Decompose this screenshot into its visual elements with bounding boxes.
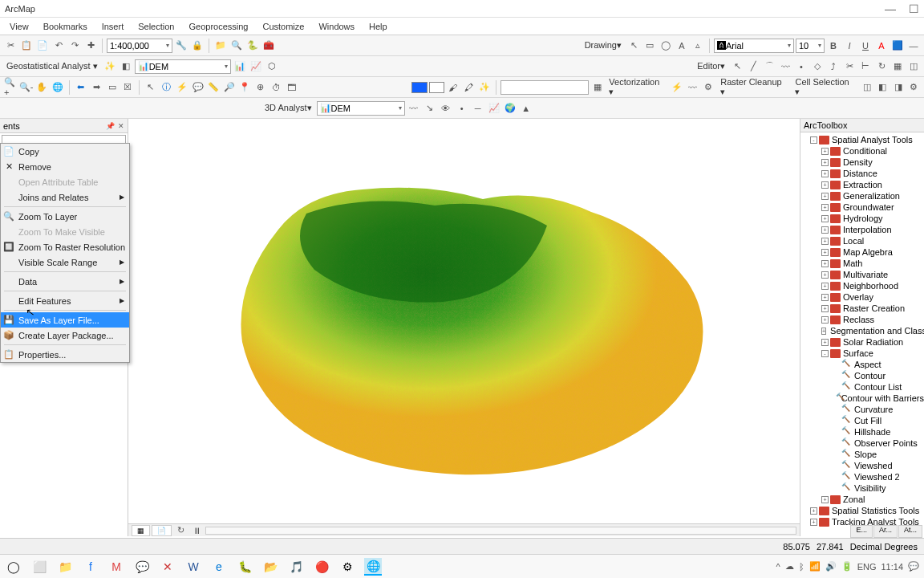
- settings-icon[interactable]: ⚙: [338, 558, 356, 576]
- context-item[interactable]: Data▶: [1, 274, 129, 289]
- arcmap-taskbar-icon[interactable]: 🌐: [364, 558, 382, 576]
- clear-selection-icon[interactable]: ☒: [120, 80, 135, 95]
- scale-selector[interactable]: 1:400,000: [107, 39, 172, 53]
- cut-poly-icon[interactable]: ✂: [842, 59, 857, 74]
- word-icon[interactable]: W: [184, 558, 202, 576]
- tree-node[interactable]: -Surface: [800, 348, 924, 359]
- tray-volume-icon[interactable]: 🔊: [825, 561, 837, 572]
- geostat-wizard-icon[interactable]: ✨: [103, 59, 117, 74]
- reshape-icon[interactable]: ⤴: [826, 59, 841, 74]
- context-item[interactable]: 📄Copy: [1, 144, 129, 159]
- search-icon[interactable]: 🔍: [229, 39, 244, 53]
- tree-node[interactable]: +Hydrology: [800, 213, 924, 224]
- los-icon[interactable]: 👁: [439, 101, 453, 116]
- tree-node[interactable]: Visibility: [800, 482, 924, 494]
- python-icon[interactable]: 🐍: [245, 39, 260, 53]
- tree-node[interactable]: Observer Points: [800, 438, 924, 449]
- pause-icon[interactable]: ⏸: [189, 523, 204, 538]
- find-route-icon[interactable]: 📍: [237, 80, 252, 95]
- geostat-analyst-menu[interactable]: Geostatistical Analyst ▾: [3, 61, 101, 71]
- app-x-icon[interactable]: ✕: [159, 558, 176, 576]
- tree-node[interactable]: Viewshed 2: [800, 471, 924, 482]
- font-color-icon[interactable]: A: [874, 39, 889, 53]
- subset-icon[interactable]: ◧: [119, 59, 133, 74]
- editor-toolbar-icon[interactable]: 🔧: [174, 39, 188, 53]
- bold-icon[interactable]: B: [826, 39, 841, 53]
- system-tray[interactable]: ^ ☁ ᛒ 📶 🔊 🔋 ENG 11:14 💬: [776, 561, 919, 572]
- identify-icon[interactable]: ⓘ: [160, 80, 174, 95]
- menu-geoprocessing[interactable]: Geoprocessing: [182, 20, 254, 33]
- editor-menu[interactable]: Editor▾: [694, 61, 728, 71]
- catalog-icon[interactable]: 📁: [213, 39, 228, 53]
- hyperlink-icon[interactable]: ⚡: [175, 80, 189, 95]
- tree-node[interactable]: +Spatial Statistics Tools: [800, 505, 924, 516]
- context-item[interactable]: 📋Properties...: [1, 347, 129, 362]
- menu-bookmarks[interactable]: Bookmarks: [37, 20, 94, 33]
- facebook-icon[interactable]: f: [82, 558, 99, 576]
- raster-painting2-icon[interactable]: 🖍: [462, 80, 476, 95]
- map-display[interactable]: ▦ 📄 ↻ ⏸: [128, 119, 800, 536]
- underline-icon[interactable]: U: [858, 39, 873, 53]
- tray-battery-icon[interactable]: 🔋: [841, 561, 853, 572]
- data-view-tab[interactable]: ▦: [132, 525, 150, 536]
- cut-icon[interactable]: ✂: [3, 39, 18, 53]
- goto-xy-icon[interactable]: ⊕: [253, 80, 268, 95]
- fill-color-icon[interactable]: 🟦: [890, 39, 905, 53]
- tree-node[interactable]: Hillshade: [800, 426, 924, 438]
- raster-cleanup-menu[interactable]: Raster Cleanup ▾: [717, 77, 790, 97]
- trace-icon[interactable]: 〰: [778, 59, 792, 74]
- context-item[interactable]: 🔍Zoom To Layer: [1, 209, 129, 224]
- tree-node[interactable]: +Groundwater: [800, 201, 924, 213]
- foreground-color-swatch[interactable]: [411, 82, 428, 93]
- fontsize-selector[interactable]: 10: [796, 39, 825, 53]
- cell-sel-2-icon[interactable]: ◧: [875, 80, 890, 95]
- toc-pin-icon[interactable]: 📌: [106, 122, 115, 130]
- sketch-props-icon[interactable]: ◫: [906, 59, 921, 74]
- messenger-icon[interactable]: 💬: [133, 558, 151, 576]
- context-item[interactable]: 💾Save As Layer File...: [1, 312, 129, 328]
- tray-notifications-icon[interactable]: 💬: [908, 561, 919, 572]
- text-tool-icon[interactable]: A: [675, 39, 689, 53]
- tree-node[interactable]: +Segmentation and Classi: [800, 325, 924, 336]
- menu-selection[interactable]: Selection: [132, 20, 180, 33]
- context-item[interactable]: 🔲Zoom To Raster Resolution: [1, 239, 129, 254]
- time-slider-icon[interactable]: ⏱: [270, 80, 284, 95]
- arc-icon[interactable]: ⌒: [762, 59, 776, 74]
- context-item[interactable]: Visible Scale Range▶: [1, 254, 129, 270]
- toc-close-icon[interactable]: ✕: [118, 122, 124, 130]
- undo-icon[interactable]: ↶: [51, 39, 66, 53]
- cortana-icon[interactable]: ◯: [5, 558, 22, 576]
- next-extent-icon[interactable]: ➡: [89, 80, 103, 95]
- circle-icon[interactable]: ◯: [659, 39, 673, 53]
- options-icon[interactable]: ⚙: [906, 80, 921, 95]
- tree-node[interactable]: +Zonal: [800, 494, 924, 505]
- tree-node[interactable]: +Density: [800, 157, 924, 168]
- magic-erase-icon[interactable]: ✨: [477, 80, 492, 95]
- geostat-layer-selector[interactable]: 📊 DEM: [135, 59, 231, 74]
- edge-icon[interactable]: e: [210, 558, 228, 576]
- menu-customize[interactable]: Customize: [256, 20, 310, 33]
- tree-node[interactable]: +Multivariate: [800, 269, 924, 280]
- tray-lang-icon[interactable]: ENG: [857, 562, 877, 572]
- cell-sel-1-icon[interactable]: ◫: [860, 80, 874, 95]
- copy-icon[interactable]: 📋: [19, 39, 34, 53]
- redo-icon[interactable]: ↷: [67, 39, 82, 53]
- attributes-icon[interactable]: ▦: [890, 59, 905, 74]
- folder2-icon[interactable]: 📂: [261, 558, 279, 576]
- refresh-icon[interactable]: ↻: [173, 523, 188, 538]
- font-selector[interactable]: 🅰 Arial: [714, 39, 794, 53]
- tray-time[interactable]: 11:14: [881, 562, 903, 572]
- tree-node[interactable]: Contour with Barriers: [800, 393, 924, 404]
- find-icon[interactable]: 🔎: [222, 80, 237, 95]
- tree-node[interactable]: +Local: [800, 235, 924, 246]
- menu-insert[interactable]: Insert: [95, 20, 131, 33]
- tree-node[interactable]: +Math: [800, 258, 924, 269]
- background-color-swatch[interactable]: [429, 82, 445, 93]
- rotate-icon[interactable]: ↻: [874, 59, 889, 74]
- tree-node[interactable]: +Distance: [800, 168, 924, 179]
- tree-node[interactable]: +Map Algebra: [800, 246, 924, 258]
- attributes2-icon[interactable]: ▦: [590, 80, 605, 95]
- add-data-icon[interactable]: ✚: [83, 39, 98, 53]
- tree-node[interactable]: -Spatial Analyst Tools: [800, 134, 924, 145]
- tree-node[interactable]: Aspect: [800, 359, 924, 370]
